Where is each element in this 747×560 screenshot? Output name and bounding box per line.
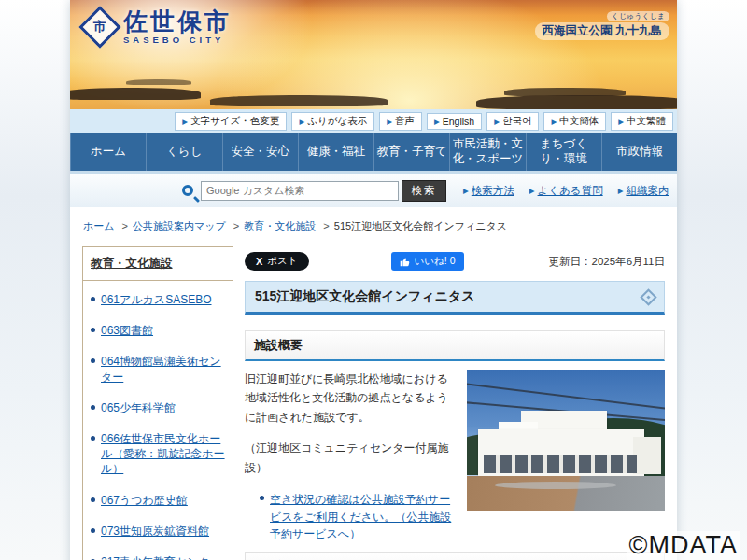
breadcrumb-separator: > [323, 220, 329, 231]
triangle-arrow-icon: ▶ [434, 118, 440, 126]
sidebar-facility-link[interactable]: 066佐世保市民文化ホール（愛称：凱旋記念ホール） [101, 431, 225, 477]
social-share-row: X ポスト いいね! 0 更新日：2025年6月11日 [245, 252, 665, 271]
city-emblem-glyph: 市 [93, 19, 106, 35]
bullet-dot-icon [91, 436, 95, 441]
search-input[interactable] [201, 181, 399, 201]
utility-button[interactable]: ▶ 한국어 [486, 112, 539, 131]
page-title-bar: 515江迎地区文化会館インフィニタス [245, 281, 665, 315]
nav-item[interactable]: 健康・福祉 [298, 133, 374, 171]
triangle-arrow-icon: ▶ [551, 118, 557, 126]
site-logo[interactable]: 市 佐世保市 SASEBO CITY [85, 9, 232, 45]
sidebar-list-item: 065少年科学館 [91, 400, 225, 415]
nav-item[interactable]: 安全・安心 [222, 133, 298, 171]
power-line [467, 381, 665, 412]
header-hero-photo: 市 佐世保市 SASEBO CITY くじゅうくしま 西海国立公園 九十九島 [70, 0, 677, 109]
island-silhouette [476, 95, 677, 109]
sidebar-facility-link[interactable]: 063図書館 [101, 323, 153, 338]
watermark: ©MDATA [627, 531, 740, 560]
facility-photo [467, 370, 665, 511]
utility-button-label: English [443, 116, 474, 127]
sidebar-facility-link[interactable]: 061アルカスSASEBO [101, 292, 212, 307]
breadcrumb-item[interactable]: 515江迎地区文化会館インフィニタス [334, 220, 507, 231]
utility-button[interactable]: ▶ 文字サイズ・色変更 [175, 112, 287, 131]
triangle-arrow-icon: ▶ [618, 187, 624, 195]
utility-button-label: ふりがな表示 [307, 115, 367, 128]
breadcrumb-item[interactable]: 公共施設案内マップ [133, 220, 226, 231]
breadcrumb-item[interactable]: 教育・文化施設 [244, 220, 316, 231]
post-button-label: ポスト [267, 255, 297, 268]
sidebar-list-item: 066佐世保市民文化ホール（愛称：凱旋記念ホール） [91, 431, 225, 477]
x-post-button[interactable]: X ポスト [245, 252, 309, 271]
nav-item[interactable]: くらし [146, 133, 221, 171]
sidebar-list-item: 217青少年教育センター [91, 554, 225, 560]
utility-button-label: 文字サイズ・色変更 [190, 115, 279, 128]
nav-item[interactable]: 市民活動・文化・スポーツ [449, 133, 525, 171]
sidebar-facility-link[interactable]: 073世知原炭鉱資料館 [101, 524, 209, 539]
overview-paragraph: （江迎地区コミュニティセンター付属施設） [245, 439, 456, 477]
plaza-and-road [467, 476, 665, 511]
triangle-arrow-icon: ▶ [299, 118, 304, 126]
search-quick-links: ▶ 検索方法 ▶ よくある質問 ▶ 組織案内 [463, 184, 669, 198]
quick-link-anchor[interactable]: よくある質問 [538, 184, 603, 198]
sidebar-facility-link[interactable]: 065少年科学館 [101, 400, 176, 415]
utility-button-label: 한국어 [502, 115, 532, 128]
updated-date: 更新日：2025年6月11日 [549, 255, 665, 269]
bullet-dot-icon [91, 405, 95, 410]
bullet-dot-icon [91, 328, 95, 332]
sidebar-list-item: 061アルカスSASEBO [91, 292, 225, 307]
utility-button[interactable]: ▶ English [427, 113, 482, 130]
list-item: 空き状況の確認は公共施設予約サービスをご利用ください。（公共施設予約サービスへ） [260, 491, 456, 543]
triangle-arrow-icon: ▶ [387, 118, 392, 126]
park-name: 西海国立公園 九十九島 [535, 22, 669, 40]
sidebar: 教育・文化施設 061アルカスSASEBO 063図書館 [82, 246, 233, 560]
park-furigana: くじゅうくしま [607, 11, 669, 21]
quick-link-anchor[interactable]: 検索方法 [472, 184, 514, 198]
breadcrumb: ホーム >公共施設案内マップ >教育・文化施設 >515江迎地区文化会館インフィ… [70, 207, 677, 241]
triangle-arrow-icon: ▶ [494, 118, 500, 126]
utility-button[interactable]: ▶ 音声 [379, 112, 422, 131]
city-name: 佐世保市 [123, 9, 232, 35]
reservation-service-link[interactable]: 空き状況の確認は公共施設予約サービスをご利用ください。（公共施設予約サービスへ） [270, 491, 456, 543]
city-emblem-icon: 市 [78, 7, 120, 49]
page-title: 515江迎地区文化会館インフィニタス [255, 288, 642, 305]
facebook-like-button[interactable]: いいね! 0 [391, 252, 464, 271]
utility-button[interactable]: ▶ 中文繁體 [611, 112, 673, 131]
triangle-arrow-icon: ▶ [529, 187, 535, 195]
city-emblem-small-icon [640, 288, 656, 305]
island-silhouette [210, 95, 388, 106]
quick-link: ▶ 検索方法 [463, 184, 514, 198]
sidebar-facility-link[interactable]: 064博物館島瀬美術センター [101, 354, 225, 384]
breadcrumb-item[interactable]: ホーム [83, 220, 115, 231]
x-icon: X [256, 256, 262, 267]
sidebar-list-item: 064博物館島瀬美術センター [91, 354, 225, 384]
sidebar-facility-link[interactable]: 217青少年教育センター [101, 554, 221, 560]
bullet-dot-icon [91, 297, 95, 301]
bullet-dot-icon [91, 528, 95, 533]
sidebar-list-item: 073世知原炭鉱資料館 [91, 524, 225, 539]
triangle-arrow-icon: ▶ [618, 118, 624, 126]
utility-button-label: 中文簡体 [559, 115, 599, 128]
nav-item[interactable]: 教育・子育て [374, 133, 449, 171]
thumbs-up-icon [400, 257, 410, 267]
triangle-arrow-icon: ▶ [182, 118, 188, 126]
utility-button-row: ▶ 文字サイズ・色変更 ▶ ふりがな表示 ▶ 音声 ▶ English ▶ 한국… [70, 109, 677, 133]
overview-text: 旧江迎町並びに長崎県北松地域における地域活性化と文化活動の拠点となるように計画さ… [245, 370, 456, 543]
nav-item[interactable]: ホーム [70, 133, 146, 171]
section-heading-overview: 施設概要 [245, 330, 665, 361]
bullet-dot-icon [91, 497, 95, 502]
search-button[interactable]: 検索 [402, 180, 446, 202]
nav-item[interactable]: 市政情報 [601, 133, 677, 171]
island-silhouette [126, 79, 191, 85]
main-column: X ポスト いいね! 0 更新日：2025年6月11日 515江迎地区文化会館イ… [245, 246, 665, 560]
utility-button[interactable]: ▶ 中文簡体 [543, 112, 606, 131]
breadcrumb-separator: > [122, 220, 128, 231]
utility-button[interactable]: ▶ ふりがな表示 [291, 112, 374, 131]
bullet-dot-icon [91, 358, 95, 363]
sidebar-facility-link[interactable]: 067うつわ歴史館 [101, 493, 188, 508]
city-name-en: SASEBO CITY [123, 35, 232, 45]
section-heading-details: 施設詳細 [245, 552, 665, 560]
building-windows [484, 455, 637, 473]
quick-link-anchor[interactable]: 組織案内 [626, 184, 669, 198]
overview-body: 旧江迎町並びに長崎県北松地域における地域活性化と文化活動の拠点となるように計画さ… [245, 370, 665, 543]
nav-item[interactable]: まちづくり・環境 [526, 133, 601, 171]
